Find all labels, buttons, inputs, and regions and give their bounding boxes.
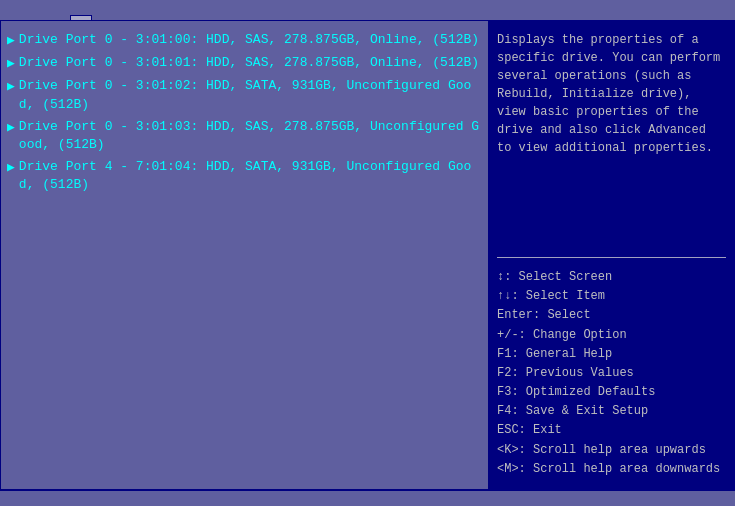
key-legend-item: Enter: Select [497,306,726,325]
drive-item[interactable]: ▶Drive Port 0 - 3:01:01: HDD, SAS, 278.8… [5,52,484,75]
drive-arrow-icon: ▶ [7,32,15,50]
drive-item[interactable]: ▶Drive Port 0 - 3:01:00: HDD, SAS, 278.8… [5,29,484,52]
drive-item[interactable]: ▶Drive Port 0 - 3:01:02: HDD, SATA, 931G… [5,75,484,115]
status-bar [0,490,735,506]
key-legend-item: <M>: Scroll help area downwards [497,460,726,479]
key-legend-item: ↑↓: Select Item [497,287,726,306]
key-legend-item: F3: Optimized Defaults [497,383,726,402]
drive-arrow-icon: ▶ [7,78,15,96]
drive-label: Drive Port 0 - 3:01:00: HDD, SAS, 278.87… [19,31,479,49]
key-legend: ↕: Select Screen↑↓: Select ItemEnter: Se… [497,268,726,479]
drive-arrow-icon: ▶ [7,159,15,177]
drive-arrow-icon: ▶ [7,55,15,73]
key-legend-item: ESC: Exit [497,421,726,440]
help-description: Displays the properties of a specific dr… [497,31,726,247]
key-legend-item: F1: General Help [497,345,726,364]
key-legend-item: ↕: Select Screen [497,268,726,287]
drive-label: Drive Port 0 - 3:01:01: HDD, SAS, 278.87… [19,54,479,72]
drive-label: Drive Port 4 - 7:01:04: HDD, SATA, 931GB… [19,158,482,194]
key-legend-item: F2: Previous Values [497,364,726,383]
drive-label: Drive Port 0 - 3:01:02: HDD, SATA, 931GB… [19,77,482,113]
key-legend-item: +/-: Change Option [497,326,726,345]
main-content: ▶Drive Port 0 - 3:01:00: HDD, SAS, 278.8… [0,20,735,490]
app: ▶Drive Port 0 - 3:01:00: HDD, SAS, 278.8… [0,0,735,506]
drive-item[interactable]: ▶Drive Port 0 - 3:01:03: HDD, SAS, 278.8… [5,116,484,156]
help-divider [497,257,726,258]
help-panel: Displays the properties of a specific dr… [489,21,734,489]
drive-list-panel: ▶Drive Port 0 - 3:01:00: HDD, SAS, 278.8… [1,21,489,489]
tab-bar [0,0,735,20]
drive-item[interactable]: ▶Drive Port 4 - 7:01:04: HDD, SATA, 931G… [5,156,484,196]
drive-arrow-icon: ▶ [7,119,15,137]
key-legend-item: F4: Save & Exit Setup [497,402,726,421]
drive-label: Drive Port 0 - 3:01:03: HDD, SAS, 278.87… [19,118,482,154]
key-legend-item: <K>: Scroll help area upwards [497,441,726,460]
